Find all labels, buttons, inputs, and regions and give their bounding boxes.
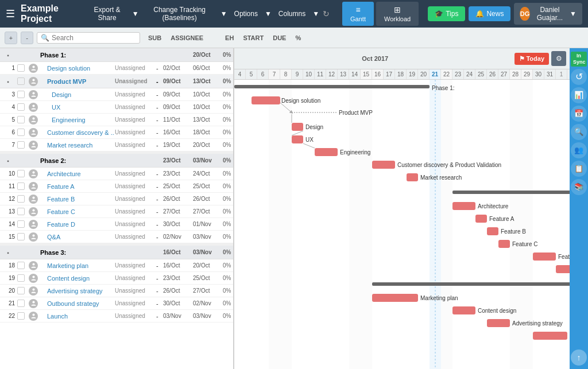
avatar [29,77,38,86]
task-checkbox[interactable] [17,103,25,111]
search-icon: 🔍 [41,34,49,42]
task-name[interactable]: Design [39,91,114,98]
change-tracking-button[interactable]: Change Tracking (Baselines) [142,3,217,24]
task-checkbox[interactable] [17,182,25,190]
avatar [29,274,38,283]
table-row: 1 Design solution Unassigned - 02/Oct 06… [0,62,233,75]
svg-rect-24 [234,85,430,88]
undo-icon[interactable]: ↺ [571,69,587,85]
col-eh: EH [208,33,238,42]
task-checkbox[interactable] [17,220,25,228]
task-name[interactable]: Launch [39,313,114,320]
refresh-icon[interactable]: ↻ [323,9,330,18]
svg-point-1 [32,79,34,81]
svg-rect-38 [407,173,418,181]
task-checkbox[interactable] [17,262,25,269]
task-name[interactable]: Feature D [39,221,114,228]
book-icon[interactable]: 📚 [571,179,587,195]
svg-text:Content design: Content design [478,308,516,314]
expand-icon[interactable]: + [5,32,17,44]
task-name[interactable]: Advertising strategy [39,288,114,294]
search-input[interactable] [52,34,136,42]
phase-row: ▪ Product MVP Unassigned - 09/Oct 13/Oct… [0,75,233,88]
svg-point-12 [32,234,34,236]
gantt-tab[interactable]: ≡ Gantt [342,2,374,26]
task-name[interactable]: Customer discovery & ... [39,129,114,136]
svg-text:Feature D: Feature D [558,254,570,260]
tips-button[interactable]: 🎓 Tips [428,6,465,21]
calendar-icon[interactable]: 📅 [571,106,587,122]
task-checkbox[interactable] [17,64,25,72]
task-checkbox[interactable] [17,274,25,282]
task-name[interactable]: UX [39,104,114,111]
user-button[interactable]: DG Daniel Guajar... ▼ [514,3,582,25]
col-pct: % [291,33,305,42]
news-button[interactable]: 🔔 News [469,6,510,21]
columns-button[interactable]: Columns [275,7,309,20]
clipboard-icon[interactable]: 📋 [571,161,587,177]
svg-line-69 [303,143,315,148]
svg-rect-34 [315,148,338,156]
collapse-icon[interactable]: - [21,32,33,44]
gear-button[interactable]: ⚙ [551,51,566,66]
phase-row: ▪ Phase 3: 16/Oct 03/Nov 0% [0,246,233,259]
phase2-collapse[interactable]: ▪ [0,157,16,164]
task-name[interactable]: Outbound strategy [39,300,114,307]
task-checkbox[interactable] [17,170,25,177]
task-name[interactable]: Market research [39,142,114,149]
task-checkbox[interactable] [17,91,25,98]
task-checkbox[interactable] [17,208,25,215]
svg-point-16 [32,301,34,303]
sub-phase-collapse[interactable]: ▪ [0,78,16,85]
task-name[interactable]: Q&A [39,234,114,240]
task-checkbox[interactable] [17,287,25,294]
options-button[interactable]: Options [231,7,261,20]
task-name[interactable]: Content design [39,275,114,282]
task-name[interactable]: Feature C [39,208,114,215]
task-name[interactable]: Marketing plan [39,262,114,269]
svg-text:Phase 1:: Phase 1: [432,85,454,91]
task-checkbox[interactable] [17,141,25,149]
task-checkbox[interactable] [17,312,25,320]
table-row: 19 Content design Unassigned - 23/Oct 25… [0,272,233,285]
task-name[interactable]: Feature A [39,183,114,190]
task-checkbox[interactable] [17,129,25,136]
export-arrow-icon: ▼ [132,10,139,18]
task-checkbox[interactable] [17,116,25,123]
workload-tab[interactable]: ⊞ Workload [376,2,419,26]
export-share-button[interactable]: Export & Share [86,3,128,24]
col-assignee: ASSIGNEE [166,33,208,42]
gantt-day-headers: 4 5 6 7 8 9 10 11 12 13 14 15 16 17 18 1… [234,69,570,80]
table-row: 22 Launch Unassigned - 03/Nov 03/Nov 0% [0,310,233,323]
sync-badge[interactable]: InSync [571,52,587,67]
task-name[interactable]: Engineering [39,116,114,123]
table-row: 3 Design Unassigned - 09/Oct 10/Oct 0% [0,88,233,101]
chart-icon[interactable]: 📊 [571,87,587,103]
task-name[interactable]: Feature B [39,196,114,203]
app-header: ☰ Example Project Export & Share ▼ Chang… [0,0,588,28]
svg-point-0 [32,65,34,68]
svg-text:Architecture: Architecture [478,203,509,209]
task-checkbox[interactable] [17,195,25,203]
magnify-icon[interactable]: 🔍 [571,124,587,140]
phase-collapse[interactable]: ▪ [0,52,16,59]
users-icon[interactable]: 👥 [571,142,587,158]
task-checkbox[interactable] [17,77,25,85]
gantt-wrapper: Oct 2017 ⚑ Today ⚙ 4 5 6 7 8 9 10 11 12 … [234,48,570,369]
gantt-panel[interactable]: Oct 2017 ⚑ Today ⚙ 4 5 6 7 8 9 10 11 12 … [234,48,570,369]
svg-point-13 [32,263,34,265]
phase3-collapse[interactable]: ▪ [0,249,16,256]
svg-rect-50 [533,253,556,261]
scroll-up-icon[interactable]: ↑ [571,349,587,366]
task-checkbox[interactable] [17,300,25,307]
table-row: 18 Marketing plan Unassigned - 16/Oct 20… [0,259,233,272]
svg-text:Market research: Market research [420,174,462,181]
task-name[interactable]: Architecture [39,170,114,177]
task-checkbox[interactable] [17,233,25,240]
today-button[interactable]: ⚑ Today [514,53,549,65]
phase-due: 20/Oct [192,52,222,58]
hamburger-icon[interactable]: ☰ [6,7,15,20]
task-name[interactable]: Design solution [39,65,114,72]
svg-rect-21 [441,80,452,369]
svg-point-4 [32,117,34,119]
